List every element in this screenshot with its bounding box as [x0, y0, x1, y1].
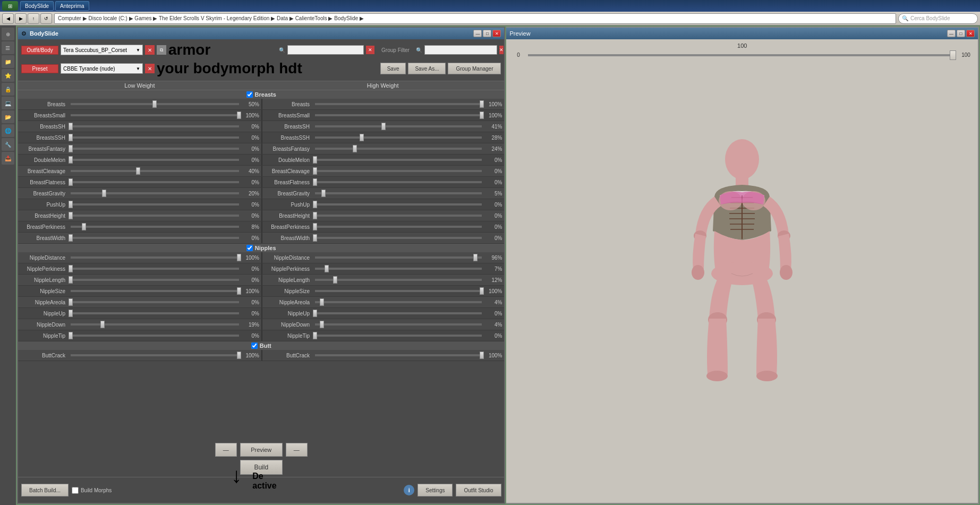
- breasts-checkbox[interactable]: [246, 91, 253, 98]
- slider-thumb-left-8[interactable]: [102, 190, 106, 197]
- slider-thumb-left-103[interactable]: [237, 287, 241, 295]
- slider-thumb-right-101[interactable]: [325, 265, 329, 272]
- slider-thumb-right-107[interactable]: [313, 332, 317, 339]
- slider-track-left-200[interactable]: [71, 354, 239, 356]
- slider-thumb-left-2[interactable]: [69, 123, 73, 130]
- slider-track-right-104[interactable]: [315, 301, 482, 303]
- slider-track-right-103[interactable]: [315, 290, 482, 292]
- slider-track-right-10[interactable]: [315, 215, 482, 217]
- slider-track-right-4[interactable]: [315, 148, 482, 150]
- slider-thumb-left-9[interactable]: [69, 201, 73, 208]
- minimize-button[interactable]: —: [473, 30, 482, 37]
- sidebar-icon-5[interactable]: 🔒: [2, 83, 14, 96]
- slider-track-left-5[interactable]: [71, 159, 239, 161]
- sidebar-icon-3[interactable]: 📁: [2, 55, 14, 68]
- slider-track-right-107[interactable]: [315, 335, 482, 337]
- slider-track-left-9[interactable]: [71, 203, 239, 206]
- slider-thumb-right-104[interactable]: [320, 298, 324, 306]
- slider-thumb-right-0[interactable]: [480, 100, 484, 108]
- slider-thumb-right-102[interactable]: [333, 276, 337, 284]
- slider-track-left-102[interactable]: [71, 279, 239, 281]
- preview-button[interactable]: Preview: [240, 443, 283, 457]
- slider-track-left-11[interactable]: [71, 226, 239, 228]
- slider-track-left-1[interactable]: [71, 114, 239, 116]
- preview-minimize[interactable]: —: [947, 30, 956, 37]
- forward-button[interactable]: ▶: [15, 13, 27, 24]
- slider-thumb-left-200[interactable]: [237, 352, 241, 359]
- slider-thumb-right-6[interactable]: [313, 167, 317, 175]
- preset-combo[interactable]: CBBE Tyrande (nude) ▼: [61, 63, 143, 74]
- slider-thumb-left-6[interactable]: [136, 167, 140, 175]
- sliders-container[interactable]: Breasts Breasts50%Breasts100%BreastsSmal…: [18, 90, 505, 441]
- sidebar-icon-9[interactable]: 🔧: [2, 138, 14, 151]
- slider-thumb-left-104[interactable]: [69, 298, 73, 306]
- sidebar-icon-8[interactable]: 🌐: [2, 124, 14, 137]
- preview-close[interactable]: ✕: [966, 30, 975, 37]
- slider-track-left-4[interactable]: [71, 148, 239, 150]
- preview-slider-track[interactable]: [528, 54, 956, 56]
- slider-thumb-left-107[interactable]: [69, 332, 73, 339]
- outfit-clear-button[interactable]: ✕: [145, 45, 155, 55]
- slider-thumb-left-10[interactable]: [69, 212, 73, 219]
- slider-track-right-12[interactable]: [315, 237, 482, 239]
- group-manager-button[interactable]: Group Manager: [448, 63, 501, 74]
- slider-track-left-7[interactable]: [71, 181, 239, 183]
- slider-thumb-left-105[interactable]: [69, 310, 73, 317]
- slider-track-left-101[interactable]: [71, 268, 239, 270]
- slider-thumb-right-1[interactable]: [480, 112, 484, 119]
- slider-thumb-right-9[interactable]: [313, 201, 317, 208]
- up-button[interactable]: ↑: [28, 13, 39, 24]
- slider-thumb-right-7[interactable]: [313, 178, 317, 186]
- slider-thumb-right-8[interactable]: [321, 190, 326, 197]
- slider-thumb-right-100[interactable]: [473, 254, 478, 261]
- batch-build-button[interactable]: Batch Build...: [21, 484, 69, 497]
- slider-track-right-3[interactable]: [315, 136, 482, 139]
- search-box[interactable]: 🔍 Cerca BodySlide: [898, 13, 978, 24]
- settings-button[interactable]: Settings: [417, 484, 453, 497]
- sidebar-icon-6[interactable]: 💻: [2, 97, 14, 109]
- slider-track-right-100[interactable]: [315, 256, 482, 259]
- build-morphs-checkbox[interactable]: [72, 487, 79, 494]
- slider-track-left-3[interactable]: [71, 136, 239, 139]
- slider-thumb-left-102[interactable]: [69, 276, 73, 284]
- slider-track-left-100[interactable]: [71, 256, 239, 259]
- taskbar-preview[interactable]: Anteprima: [55, 1, 89, 11]
- slider-thumb-left-0[interactable]: [152, 100, 157, 108]
- slider-track-right-106[interactable]: [315, 323, 482, 326]
- address-path[interactable]: Computer ▶ Disco locale (C:) ▶ Games ▶ T…: [54, 13, 896, 24]
- slider-track-left-10[interactable]: [71, 215, 239, 217]
- sidebar-icon-2[interactable]: ☰: [2, 41, 14, 54]
- slider-track-left-104[interactable]: [71, 301, 239, 303]
- slider-track-left-103[interactable]: [71, 290, 239, 292]
- save-button[interactable]: Save: [380, 63, 406, 74]
- slider-thumb-left-101[interactable]: [69, 265, 73, 272]
- slider-thumb-right-2[interactable]: [381, 123, 386, 130]
- slider-thumb-right-200[interactable]: [480, 352, 484, 359]
- start-button[interactable]: ⊞: [2, 1, 18, 11]
- maximize-button[interactable]: □: [483, 30, 491, 37]
- preview-slider-thumb[interactable]: [950, 50, 956, 60]
- back-button[interactable]: ◀: [2, 13, 14, 24]
- butt-checkbox[interactable]: [251, 343, 258, 349]
- slider-thumb-right-10[interactable]: [313, 212, 317, 219]
- slider-thumb-right-106[interactable]: [320, 321, 324, 328]
- slider-thumb-left-4[interactable]: [69, 145, 73, 152]
- preview-minus-button[interactable]: —: [215, 443, 237, 457]
- info-button[interactable]: i: [404, 485, 414, 495]
- slider-track-right-101[interactable]: [315, 268, 482, 270]
- slider-track-left-6[interactable]: [71, 170, 239, 172]
- slider-thumb-right-11[interactable]: [313, 223, 317, 230]
- sidebar-icon-7[interactable]: 📂: [2, 110, 14, 123]
- slider-track-right-5[interactable]: [315, 159, 482, 161]
- slider-track-left-12[interactable]: [71, 237, 239, 239]
- slider-thumb-left-7[interactable]: [69, 178, 73, 186]
- sidebar-icon-1[interactable]: ⊕: [2, 28, 14, 40]
- slider-track-right-2[interactable]: [315, 125, 482, 127]
- slider-track-right-9[interactable]: [315, 203, 482, 206]
- preset-clear-button[interactable]: ✕: [145, 64, 155, 73]
- group-filter-input[interactable]: [287, 45, 364, 55]
- slider-track-right-8[interactable]: [315, 192, 482, 194]
- slider-thumb-left-3[interactable]: [69, 134, 73, 141]
- slider-track-right-200[interactable]: [315, 354, 482, 356]
- slider-thumb-left-1[interactable]: [237, 112, 241, 119]
